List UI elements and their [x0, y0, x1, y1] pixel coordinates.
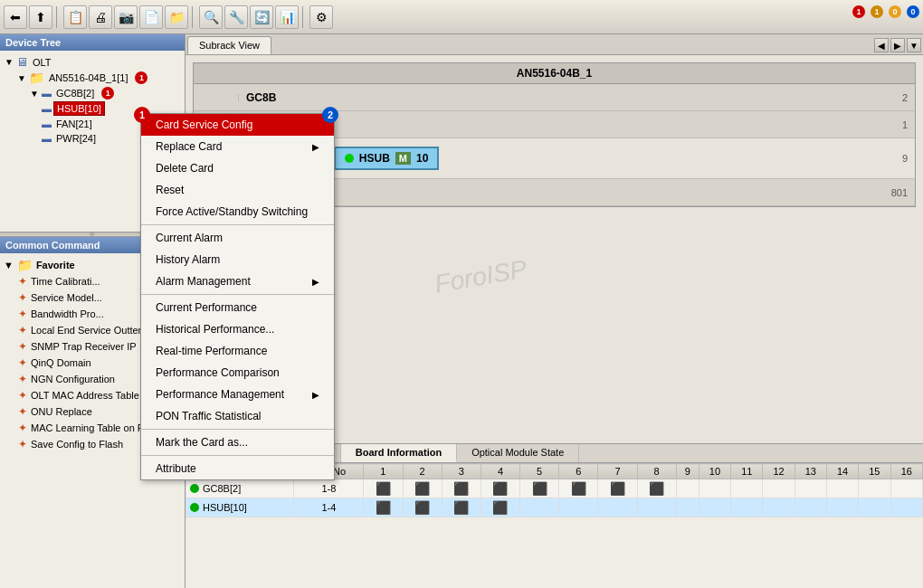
tree-expand-pwr[interactable] [29, 133, 40, 144]
td-gc8b-p6: ⬛ [559, 479, 598, 498]
menu-item-reset[interactable]: Reset [141, 179, 334, 201]
hsub-m-badge: M [395, 152, 411, 165]
dot-yellow: 1 [871, 5, 883, 18]
cmd-icon-local: ✦ [18, 324, 27, 337]
toolbar-btn-refresh[interactable]: 🔄 [250, 5, 273, 29]
hsub-port1-icon: ⬛ [376, 500, 391, 515]
cmd-label-olt-mac: OLT MAC Address Table [31, 390, 139, 401]
hsub-name-text: HSUB[10] [203, 502, 247, 513]
hsub-card[interactable]: HSUB M 10 [334, 147, 440, 170]
subrack-row-gc8b: GC8B 2 [194, 84, 915, 111]
td-hsub-p15 [859, 498, 890, 517]
cmd-icon-service: ✦ [18, 291, 27, 304]
menu-item-replace-card[interactable]: Replace Card ▶ [141, 136, 334, 157]
tree-expand-hsub[interactable] [29, 103, 40, 114]
tab-nav-left[interactable]: ◀ [874, 38, 889, 52]
tree-item-gc8b[interactable]: ▼ ▬ GC8B[2] 1 [4, 86, 181, 100]
table-row-hsub[interactable]: HSUB[10] 1-4 ⬛ ⬛ ⬛ ⬛ [186, 498, 923, 517]
dot-orange: 0 [889, 5, 901, 18]
td-gc8b-port: 1-8 [294, 479, 364, 498]
menu-item-history-alarm[interactable]: History Alarm [141, 249, 334, 270]
tree-expand-gc8b[interactable]: ▼ [29, 88, 40, 99]
board-icon-pwr: ▬ [42, 133, 52, 144]
td-gc8b-p16 [890, 479, 922, 498]
toolbar-btn-copy[interactable]: 📋 [63, 5, 87, 29]
tree-label-an5516: AN5516-04B_1[1] [46, 71, 130, 84]
cmd-label-snmp: SNMP Trap Receiver IP [31, 341, 137, 352]
th-p2: 2 [403, 464, 442, 479]
menu-item-force-switching[interactable]: Force Active/Standby Switching [141, 201, 334, 223]
menu-item-alarm-management[interactable]: Alarm Management ▶ [141, 270, 334, 292]
toolbar-btn-print[interactable]: 🖨 [89, 5, 112, 29]
menu-item-attribute[interactable]: Attribute [141, 458, 334, 479]
subrack-row-label-empty1 [194, 94, 239, 101]
menu-item-current-perf[interactable]: Current Performance [141, 297, 334, 318]
menu-item-perf-management[interactable]: Performance Management ▶ [141, 384, 334, 405]
menu-item-delete-card[interactable]: Delete Card [141, 157, 334, 179]
toolbar-btn-back[interactable]: ⬅ [4, 5, 27, 29]
context-menu: Card Service Config Replace Card ▶ Delet… [140, 113, 335, 480]
subrack-content-801 [239, 189, 891, 196]
toolbar-btn-settings[interactable]: ⚙ [309, 5, 333, 29]
submenu-arrow-perf: ▶ [312, 390, 319, 400]
menu-item-pon-traffic[interactable]: PON Traffic Statistical [141, 405, 334, 427]
tab-nav-right[interactable]: ▶ [890, 38, 905, 52]
tab-bar: Subrack View ◀ ▶ ▼ [186, 34, 923, 55]
td-gc8b-p5: ⬛ [520, 479, 559, 498]
tree-item-olt[interactable]: ▼ 🖥 OLT [4, 54, 181, 70]
menu-label-card-service-config: Card Service Config [156, 119, 252, 131]
cmd-icon-onu: ✦ [18, 405, 27, 418]
menu-item-card-service-config[interactable]: Card Service Config [141, 114, 334, 136]
table-row-gc8b[interactable]: GC8B[2] 1-8 ⬛ ⬛ ⬛ ⬛ ⬛ ⬛ ⬛ ⬛ [186, 479, 923, 498]
tree-item-an5516[interactable]: ▼ 📁 AN5516-04B_1[1] 1 [4, 70, 181, 86]
hsub-led [345, 154, 354, 163]
tree-label-gc8b: GC8B[2] [53, 87, 97, 100]
toolbar-btn-config[interactable]: 🔧 [224, 5, 248, 29]
tree-expand-olt[interactable]: ▼ [4, 57, 14, 68]
gc8b-card-label: GC8B [246, 91, 276, 104]
menu-label-history-alarm: History Alarm [156, 253, 220, 266]
td-gc8b-p3: ⬛ [442, 479, 481, 498]
gc8b-port7-icon: ⬛ [610, 481, 625, 496]
th-p15: 15 [859, 464, 890, 479]
toolbar-btn-screenshot[interactable]: 📷 [114, 5, 138, 29]
badge-an5516: 1 [135, 71, 147, 84]
tree-label-pwr: PWR[24] [53, 132, 99, 145]
th-p14: 14 [826, 464, 858, 479]
board-icon-fan: ▬ [42, 119, 52, 129]
status-orange: 0 [889, 5, 901, 18]
td-gc8b-p2: ⬛ [403, 479, 442, 498]
hsub-status-led [190, 503, 199, 512]
toolbar-btn-open[interactable]: 📁 [165, 5, 188, 29]
menu-item-realtime-perf[interactable]: Real-time Performance [141, 340, 334, 362]
cmd-label-bandwidth: Bandwidth Pro... [31, 308, 104, 319]
btab-board-info[interactable]: Board Information [341, 444, 457, 462]
tab-nav-down[interactable]: ▼ [907, 38, 921, 52]
status-indicators: 1 1 0 0 [852, 5, 919, 18]
menu-label-attribute: Attribute [156, 462, 196, 475]
row-num-1: 1 [902, 119, 915, 130]
td-hsub-p5 [520, 498, 559, 517]
menu-label-current-alarm: Current Alarm [156, 232, 223, 244]
menu-label-force-switching: Force Active/Standby Switching [156, 205, 308, 218]
td-hsub-p4: ⬛ [481, 498, 519, 517]
toolbar-btn-search[interactable]: 🔍 [199, 5, 223, 29]
btab-optical[interactable]: Optical Module State [457, 444, 579, 462]
th-p16: 16 [890, 464, 922, 479]
toolbar-btn-up[interactable]: ⬆ [29, 5, 52, 29]
menu-label-realtime-perf: Real-time Performance [156, 345, 267, 357]
menu-item-mark-card[interactable]: Mark the Card as... [141, 432, 334, 453]
cmd-icon-bandwidth: ✦ [18, 308, 27, 320]
menu-item-current-alarm[interactable]: Current Alarm [141, 227, 334, 249]
tree-expand-fan[interactable] [29, 119, 40, 129]
menu-item-historical-perf[interactable]: Historical Performance... [141, 318, 334, 340]
cmd-icon-qinq: ✦ [18, 356, 27, 369]
menu-item-perf-comparison[interactable]: Performance Comparison [141, 362, 334, 384]
tree-expand-an5516[interactable]: ▼ [16, 72, 27, 83]
toolbar-btn-chart[interactable]: 📊 [275, 5, 299, 29]
cmd-label-mac: MAC Learning Table on P [31, 422, 144, 433]
toolbar-btn-doc[interactable]: 📄 [139, 5, 163, 29]
tab-subrack-view[interactable]: Subrack View [187, 36, 271, 54]
td-hsub-p12 [763, 498, 795, 517]
subrack-content-gc8b: GC8B [239, 88, 902, 108]
